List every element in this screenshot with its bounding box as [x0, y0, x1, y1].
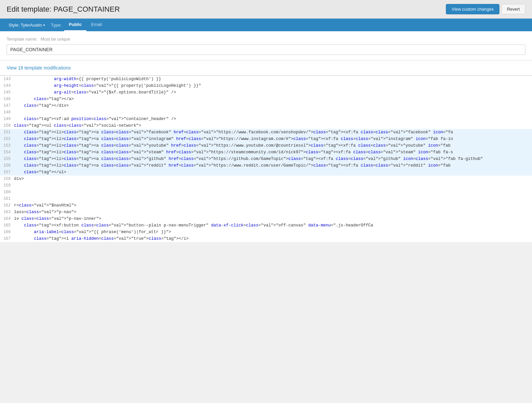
- code-line: 148: [0, 109, 532, 116]
- code-line: 151 class="tag"><li>class="tag"><a class…: [0, 129, 532, 136]
- line-number: 162: [0, 202, 14, 209]
- code-line: 158div>: [0, 176, 532, 182]
- code-editor: 143 arg-width={{ property('publicLogoWid…: [0, 75, 532, 242]
- line-content: class="tag"><li>class="tag"><a class=cla…: [14, 142, 532, 149]
- top-bar-buttons: View custom changes Revert: [446, 4, 525, 14]
- line-content: r=class="val">"$navHtml">: [14, 202, 532, 209]
- code-line: 156 class="tag"><li>class="tag"><a class…: [0, 162, 532, 169]
- line-number: 148: [0, 109, 14, 116]
- line-number: 149: [0, 116, 14, 122]
- code-line: 152 class="tag"><li>class="tag"><a class…: [0, 136, 532, 142]
- line-number: 163: [0, 209, 14, 215]
- code-line: 159: [0, 182, 532, 189]
- line-number: 146: [0, 96, 14, 102]
- line-number: 166: [0, 229, 14, 235]
- line-content: class="tag"><i aria-hidden=class="val">"…: [14, 235, 532, 242]
- line-content: class="tag"></ul>: [14, 169, 532, 176]
- line-content: arg-width={{ property('publicLogoWidth')…: [14, 76, 532, 82]
- line-number: 145: [0, 89, 14, 96]
- line-number: 159: [0, 182, 14, 189]
- template-name-input[interactable]: [7, 44, 525, 55]
- line-number: 147: [0, 102, 14, 109]
- line-number: 144: [0, 82, 14, 89]
- line-content: class="tag"><xf:ad position=class="val">…: [14, 116, 532, 122]
- line-number: 161: [0, 196, 14, 202]
- line-number: 152: [0, 136, 14, 142]
- line-number: 164: [0, 215, 14, 222]
- code-line: 157 class="tag"></ul>: [0, 169, 532, 176]
- line-content: class="tag"></div>: [14, 102, 532, 109]
- code-line: 165 class="tag"><xf:button class=class="…: [0, 222, 532, 229]
- tab-bar: Style: TylerAustin ▾ Type: Public Email: [0, 19, 532, 31]
- line-number: 158: [0, 176, 14, 182]
- line-number: 150: [0, 122, 14, 129]
- line-content: class="tag"></a>: [14, 96, 532, 102]
- view-custom-changes-button[interactable]: View custom changes: [446, 4, 499, 14]
- line-content: class="tag"><li>class="tag"><a class=cla…: [14, 129, 532, 136]
- style-selector[interactable]: Style: TylerAustin ▾: [5, 19, 48, 31]
- code-line: 149 class="tag"><xf:ad position=class="v…: [0, 116, 532, 122]
- code-line: 163lass=class="val">"p-nav">: [0, 209, 532, 215]
- tab-public[interactable]: Public: [64, 19, 86, 31]
- style-dropdown-arrow: ▾: [43, 23, 45, 27]
- view-modifications-link[interactable]: View 18 template modifications: [0, 61, 532, 75]
- code-line: 167 class="tag"><i aria-hidden=class="va…: [0, 235, 532, 242]
- style-label: Style: TylerAustin: [9, 23, 42, 28]
- code-line: 150class="tag"><ul class=class="val">"so…: [0, 122, 532, 129]
- line-content: class="tag"><ul class=class="val">"socia…: [14, 122, 532, 129]
- line-content: lass=class="val">"p-nav">: [14, 209, 532, 215]
- revert-button[interactable]: Revert: [501, 4, 525, 14]
- code-line: 155 class="tag"><li>class="tag"><a class…: [0, 156, 532, 162]
- line-number: 160: [0, 189, 14, 196]
- line-content: class="tag"><li>class="tag"><a class=cla…: [14, 156, 532, 162]
- line-number: 153: [0, 142, 14, 149]
- page-title: Edit template: PAGE_CONTAINER: [7, 5, 120, 14]
- line-number: 157: [0, 169, 14, 176]
- line-number: 167: [0, 235, 14, 242]
- code-line: 154 class="tag"><li>class="tag"><a class…: [0, 149, 532, 156]
- line-content: class="tag"><li>class="tag"><a class=cla…: [14, 136, 532, 142]
- type-label: Type:: [48, 19, 64, 31]
- line-number: 143: [0, 76, 14, 82]
- line-number: 155: [0, 156, 14, 162]
- code-line: 143 arg-width={{ property('publicLogoWid…: [0, 76, 532, 82]
- line-number: 154: [0, 149, 14, 156]
- line-content: iv class=class="val">"p-nav-inner">: [14, 215, 532, 222]
- code-line: 164iv class=class="val">"p-nav-inner">: [0, 215, 532, 222]
- line-content: arg-height=class="val">"{{ property('pub…: [14, 82, 532, 89]
- line-content: arg-alt=class="val">"{$xf.options.boardT…: [14, 89, 532, 96]
- code-line: 160: [0, 189, 532, 196]
- template-name-section: Template name: Must be unique: [0, 31, 532, 61]
- code-line: 166 aria-label=class="val">"{{ phrase('m…: [0, 229, 532, 235]
- line-content: class="tag"><li>class="tag"><a class=cla…: [14, 149, 532, 156]
- code-line: 147 class="tag"></div>: [0, 102, 532, 109]
- code-line: 146 class="tag"></a>: [0, 96, 532, 102]
- line-number: 156: [0, 162, 14, 169]
- code-line: 145 arg-alt=class="val">"{$xf.options.bo…: [0, 89, 532, 96]
- line-number: 151: [0, 129, 14, 136]
- code-line: 153 class="tag"><li>class="tag"><a class…: [0, 142, 532, 149]
- code-line: 161: [0, 196, 532, 202]
- line-number: 165: [0, 222, 14, 229]
- line-content: div>: [14, 176, 532, 182]
- code-line: 162r=class="val">"$navHtml">: [0, 202, 532, 209]
- template-name-label: Template name: Must be unique: [7, 37, 525, 42]
- top-bar: Edit template: PAGE_CONTAINER View custo…: [0, 0, 532, 19]
- line-content: aria-label=class="val">"{{ phrase('menu'…: [14, 229, 532, 235]
- line-content: class="tag"><xf:button class=class="val"…: [14, 222, 532, 229]
- code-line: 144 arg-height=class="val">"{{ property(…: [0, 82, 532, 89]
- tab-email[interactable]: Email: [86, 19, 107, 31]
- line-content: class="tag"><li>class="tag"><a class=cla…: [14, 162, 532, 169]
